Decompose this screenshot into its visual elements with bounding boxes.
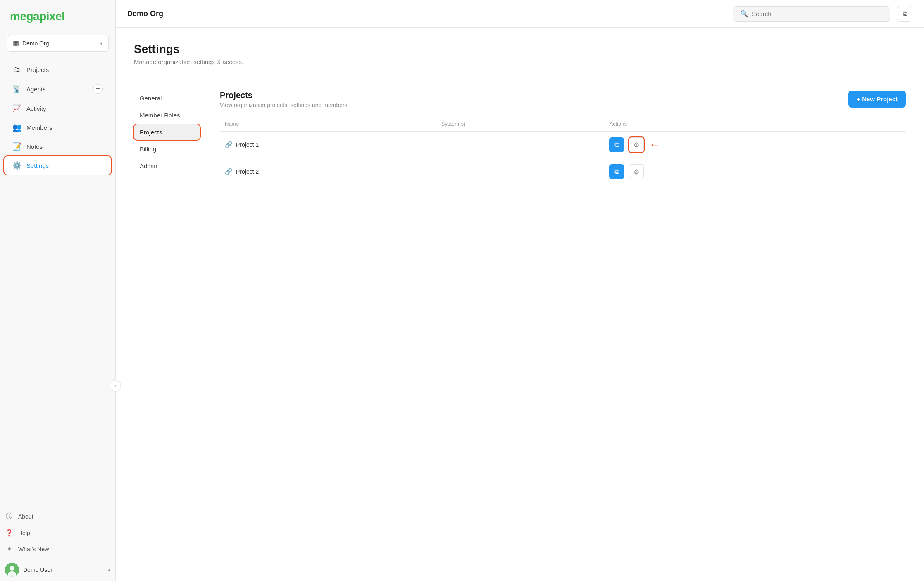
sidebar-item-about[interactable]: ⓘ About <box>0 508 115 525</box>
chevron-down-icon: ▾ <box>100 41 102 46</box>
sidebar-item-help[interactable]: ❓ Help <box>0 525 115 541</box>
settings-icon: ⚙️ <box>12 161 21 170</box>
settings-nav-projects[interactable]: Projects <box>134 124 200 140</box>
project-2-name: Project 2 <box>236 168 259 175</box>
project-1-name-cell: 🔗 Project 1 <box>220 132 436 158</box>
project-2-systems <box>436 158 605 185</box>
arrow-annotation: ← <box>649 138 660 151</box>
settings-nav-general[interactable]: General <box>134 91 200 106</box>
settings-nav-billing[interactable]: Billing <box>134 141 200 157</box>
chevron-up-icon: ▴ <box>108 567 110 573</box>
sidebar-label-projects: Projects <box>26 66 49 73</box>
sidebar-label-whats-new: What's New <box>18 546 49 552</box>
main-nav: 🗂 Projects 📡 Agents + 📈 Activity 👥 Membe… <box>0 58 115 504</box>
building-icon: ▦ <box>13 39 19 47</box>
settings-nav-admin[interactable]: Admin <box>134 158 200 174</box>
search-bar[interactable]: 🔍 <box>733 6 890 22</box>
link-icon: 🔗 <box>225 168 233 175</box>
page-title: Settings <box>134 43 906 56</box>
page-divider <box>134 77 906 77</box>
user-menu[interactable]: Demo User ▴ <box>0 559 115 581</box>
sidebar-label-notes: Notes <box>26 143 43 150</box>
help-icon: ❓ <box>5 529 13 537</box>
sidebar-label-help: Help <box>18 530 30 536</box>
sidebar-item-settings[interactable]: ⚙️ Settings <box>4 156 111 175</box>
new-project-button[interactable]: + New Project <box>848 91 906 108</box>
project-1-actions: ⧉ ⚙ ← <box>604 132 906 158</box>
sidebar-collapse-button[interactable]: ‹ <box>110 380 121 392</box>
topbar: Demo Org 🔍 ⧉ <box>116 0 924 28</box>
page-header: Settings Manage organization settings & … <box>134 43 906 65</box>
sidebar-label-about: About <box>18 513 33 520</box>
sidebar-item-agents[interactable]: 📡 Agents + <box>4 79 111 98</box>
projects-header: Projects View organization projects, set… <box>220 91 906 108</box>
projects-icon: 🗂 <box>12 65 21 74</box>
sidebar-item-members[interactable]: 👥 Members <box>4 118 111 136</box>
projects-section-title: Projects <box>220 91 348 100</box>
notes-icon: 📝 <box>12 142 21 151</box>
project-1-name: Project 1 <box>236 141 259 148</box>
projects-section-subtitle: View organization projects, settings and… <box>220 102 348 108</box>
org-selector[interactable]: ▦ Demo Org ▾ <box>7 35 109 52</box>
link-icon: 🔗 <box>225 141 233 148</box>
sidebar-label-agents: Agents <box>26 86 46 93</box>
sidebar-label-members: Members <box>26 124 52 131</box>
sidebar-label-activity: Activity <box>26 105 46 112</box>
sidebar-item-whats-new[interactable]: ✦ What's New <box>0 541 115 557</box>
members-icon: 👥 <box>12 123 21 132</box>
project-1-settings-button[interactable]: ⚙ <box>629 137 644 152</box>
project-1-systems <box>436 132 605 158</box>
col-name: Name <box>220 117 436 132</box>
clipboard-button[interactable]: ⧉ <box>897 6 912 22</box>
settings-main-panel: Projects View organization projects, set… <box>220 91 906 185</box>
settings-nav: General Member Roles Projects Billing Ad… <box>134 91 200 185</box>
project-2-name-cell: 🔗 Project 2 <box>220 158 436 185</box>
project-2-settings-button[interactable]: ⚙ <box>629 164 644 179</box>
table-row: 🔗 Project 1 ⧉ <box>220 132 906 158</box>
project-1-copy-button[interactable]: ⧉ <box>609 137 624 152</box>
projects-table: Name System(s) Actions 🔗 Project 1 <box>220 117 906 185</box>
project-2-actions: ⧉ ⚙ <box>604 158 906 185</box>
avatar <box>5 563 19 577</box>
sparkle-icon: ✦ <box>5 545 13 553</box>
settings-layout: General Member Roles Projects Billing Ad… <box>134 91 906 185</box>
sidebar-label-settings: Settings <box>26 162 49 169</box>
projects-header-text: Projects View organization projects, set… <box>220 91 348 108</box>
page-content: Settings Manage organization settings & … <box>116 28 924 581</box>
app-logo: megapixel <box>10 10 64 23</box>
sidebar-bottom: ⓘ About ❓ Help ✦ What's New Demo User ▴ <box>0 504 115 581</box>
chevron-left-icon: ‹ <box>114 383 116 389</box>
gear-icon: ⚙ <box>633 168 639 176</box>
sidebar-item-projects[interactable]: 🗂 Projects <box>4 61 111 79</box>
search-input[interactable] <box>752 10 883 17</box>
col-actions: Actions <box>604 117 906 132</box>
col-systems: System(s) <box>436 117 605 132</box>
info-icon: ⓘ <box>5 512 13 521</box>
add-agent-button[interactable]: + <box>93 84 103 94</box>
main-content: Demo Org 🔍 ⧉ Settings Manage organizatio… <box>116 0 924 581</box>
svg-point-1 <box>10 566 14 571</box>
settings-nav-member-roles[interactable]: Member Roles <box>134 108 200 123</box>
sidebar-item-notes[interactable]: 📝 Notes <box>4 137 111 155</box>
table-header-row: Name System(s) Actions <box>220 117 906 132</box>
gear-icon: ⚙ <box>633 141 639 149</box>
topbar-org-name: Demo Org <box>127 10 726 18</box>
page-subtitle: Manage organization settings & access. <box>134 58 906 65</box>
search-icon: 🔍 <box>740 10 748 18</box>
logo-area: megapixel <box>0 0 115 31</box>
sidebar: megapixel ▦ Demo Org ▾ 🗂 Projects 📡 Agen… <box>0 0 116 581</box>
project-2-copy-button[interactable]: ⧉ <box>609 164 624 179</box>
activity-icon: 📈 <box>12 104 21 113</box>
user-name: Demo User <box>23 567 104 573</box>
agents-icon: 📡 <box>12 84 21 93</box>
copy-icon: ⧉ <box>614 168 619 175</box>
copy-icon: ⧉ <box>614 141 619 148</box>
sidebar-item-activity[interactable]: 📈 Activity <box>4 99 111 117</box>
org-selector-name: Demo Org <box>22 40 97 47</box>
table-row: 🔗 Project 2 ⧉ <box>220 158 906 185</box>
clipboard-icon: ⧉ <box>903 10 907 17</box>
